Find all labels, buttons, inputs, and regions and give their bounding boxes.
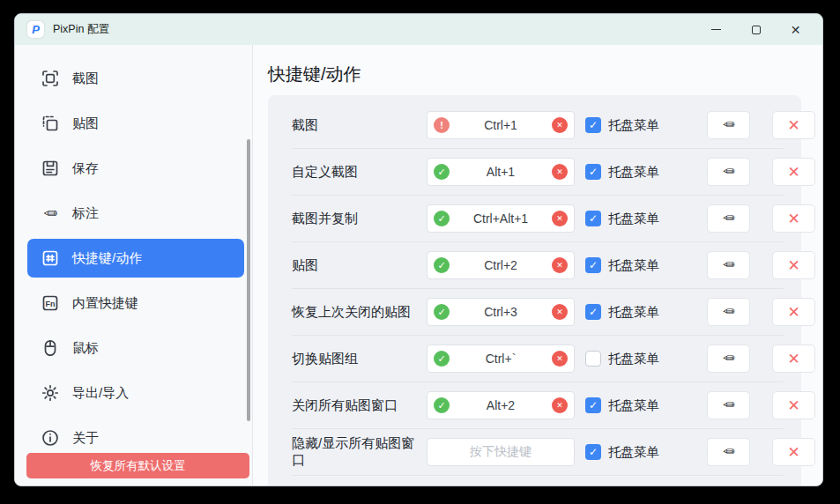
pencil-icon: ✏ (723, 258, 734, 272)
delete-action-button[interactable]: ✕ (772, 438, 815, 466)
ok-status-icon: ✓ (434, 257, 450, 273)
edit-action-button[interactable]: ✏ (707, 438, 750, 466)
warning-status-icon: ! (434, 117, 450, 133)
clear-hotkey-icon[interactable]: ✕ (552, 117, 568, 133)
sidebar-item-gear[interactable]: 导出/导入 (27, 374, 244, 412)
tray-menu-checkbox[interactable]: ✓ (585, 117, 601, 133)
hotkey-row: 自定义截图 ✓ Alt+1 ✕ ✓ 托盘菜单 ✏ ✕ (292, 149, 784, 196)
delete-action-button[interactable]: ✕ (772, 391, 815, 419)
clear-hotkey-icon[interactable]: ✕ (552, 397, 568, 413)
delete-action-button[interactable]: ✕ (772, 251, 815, 279)
ok-status-icon: ✓ (434, 211, 450, 226)
edit-action-button[interactable]: ✏ (707, 251, 750, 279)
clear-hotkey-icon[interactable]: ✕ (552, 211, 568, 226)
delete-action-button[interactable]: ✕ (772, 158, 815, 186)
tray-menu-label: 托盘菜单 (608, 397, 659, 414)
delete-action-button[interactable]: ✕ (772, 298, 815, 326)
window-title: PixPin 配置 (53, 22, 109, 37)
tray-menu-checkbox[interactable]: ✓ (585, 444, 601, 460)
delete-x-icon: ✕ (787, 163, 799, 182)
hotkey-action-label: 恢复上次关闭的贴图 (292, 304, 427, 321)
hotkey-value: Ctrl+3 (450, 305, 552, 319)
pencil-icon: ✏ (723, 211, 734, 226)
tray-menu-checkbox[interactable]: ✓ (585, 211, 601, 226)
mouse-icon (41, 338, 60, 358)
edit-action-button[interactable]: ✏ (707, 298, 750, 326)
hotkey-action-label: 贴图 (292, 257, 427, 274)
gear-icon (41, 383, 60, 403)
tray-menu-checkbox[interactable]: ✓ (585, 164, 601, 180)
delete-x-icon: ✕ (787, 116, 799, 135)
edit-action-button[interactable]: ✏ (707, 345, 750, 373)
pencil-icon: ✏ (41, 204, 60, 223)
delete-action-button[interactable]: ✕ (772, 204, 815, 233)
main-content: 快捷键/动作 截图 ! Ctrl+1 ✕ ✓ 托盘菜单 ✏ ✕ 自定义截图 ✓ … (252, 45, 822, 486)
delete-x-icon: ✕ (787, 210, 799, 228)
info-icon (41, 428, 60, 448)
clear-hotkey-icon[interactable]: ✕ (552, 304, 568, 320)
sidebar-item-save[interactable]: 保存 (27, 149, 244, 188)
delete-x-icon: ✕ (787, 350, 799, 368)
tray-menu-label: 托盘菜单 (608, 304, 659, 321)
hotkey-action-label: 截图并复制 (292, 211, 427, 227)
sidebar-scrollbar[interactable] (247, 139, 250, 421)
hotkey-action-label: 隐藏/显示所有贴图窗口 (292, 435, 427, 469)
hotkey-input[interactable]: ✓ Alt+2 ✕ (427, 391, 575, 419)
minimize-button[interactable] (696, 14, 736, 45)
maximize-button[interactable] (736, 14, 776, 45)
clear-hotkey-icon[interactable]: ✕ (552, 257, 568, 273)
pencil-icon: ✏ (723, 398, 734, 412)
tray-menu-label: 托盘菜单 (608, 164, 659, 181)
sidebar-item-pencil[interactable]: ✏ 标注 (27, 194, 244, 233)
edit-action-button[interactable]: ✏ (707, 204, 750, 233)
fn-key-icon: Fn (41, 293, 60, 313)
hotkey-action-label: 切换贴图组 (292, 351, 427, 367)
window-controls: ✕ (696, 14, 815, 45)
clear-hotkey-icon[interactable]: ✕ (552, 351, 568, 367)
sidebar-items: 截图 贴图 保存 ✏ 标注 快捷键/动作 Fn 内置快捷键 鼠标 导出/导入 关… (15, 59, 252, 457)
hotkey-input[interactable]: ✓ Ctrl+` ✕ (427, 345, 575, 373)
hotkey-value: Ctrl+2 (450, 258, 552, 272)
hotkey-input[interactable]: ! Ctrl+1 ✕ (427, 111, 575, 139)
edit-action-button[interactable]: ✏ (707, 391, 750, 419)
tray-menu-checkbox[interactable]: ✓ (585, 304, 601, 320)
titlebar: P PixPin 配置 ✕ (15, 14, 822, 45)
hotkey-rows: 截图 ! Ctrl+1 ✕ ✓ 托盘菜单 ✏ ✕ 自定义截图 ✓ Alt+1 ✕… (292, 102, 784, 476)
delete-action-button[interactable]: ✕ (772, 345, 815, 373)
hotkey-action-label: 截图 (292, 117, 427, 134)
tray-menu-label: 托盘菜单 (608, 444, 659, 461)
svg-text:Fn: Fn (46, 300, 56, 308)
hotkey-value: Ctrl+Alt+1 (450, 211, 552, 226)
page-title: 快捷键/动作 (268, 63, 822, 86)
ok-status-icon: ✓ (434, 304, 450, 320)
hotkey-input[interactable]: ✓ Alt+1 ✕ (427, 158, 575, 186)
sidebar-item-info[interactable]: 关于 (27, 419, 244, 457)
hotkey-row: 关闭所有贴图窗口 ✓ Alt+2 ✕ ✓ 托盘菜单 ✏ ✕ (292, 382, 784, 429)
ok-status-icon: ✓ (434, 397, 450, 413)
sidebar-item-pin-image[interactable]: 贴图 (27, 104, 244, 143)
hotkey-input[interactable]: ✓ Ctrl+Alt+1 ✕ (427, 204, 575, 233)
pencil-icon: ✏ (723, 445, 734, 459)
sidebar-item-hotkey[interactable]: 快捷键/动作 (27, 239, 244, 278)
delete-x-icon: ✕ (787, 256, 799, 275)
tray-menu-checkbox[interactable]: ✓ (585, 397, 601, 413)
delete-x-icon: ✕ (787, 303, 799, 322)
clear-hotkey-icon[interactable]: ✕ (552, 164, 568, 180)
sidebar-item-fn-key[interactable]: Fn 内置快捷键 (27, 284, 244, 322)
maximize-icon (752, 26, 761, 34)
edit-action-button[interactable]: ✏ (707, 111, 750, 139)
hotkey-input[interactable]: ✓ Ctrl+2 ✕ (427, 251, 575, 279)
tray-menu-checkbox[interactable] (585, 351, 601, 367)
reset-defaults-button[interactable]: 恢复所有默认设置 (26, 453, 249, 478)
sidebar: 截图 贴图 保存 ✏ 标注 快捷键/动作 Fn 内置快捷键 鼠标 导出/导入 关… (15, 45, 252, 486)
delete-action-button[interactable]: ✕ (772, 111, 815, 139)
minimize-icon (711, 29, 721, 30)
hotkey-input[interactable]: ✓ Ctrl+3 ✕ (427, 298, 575, 326)
sidebar-item-screenshot[interactable]: 截图 (27, 59, 244, 98)
sidebar-item-mouse[interactable]: 鼠标 (27, 329, 244, 367)
tray-menu-checkbox[interactable]: ✓ (585, 257, 601, 273)
tray-menu-label: 托盘菜单 (608, 351, 659, 367)
edit-action-button[interactable]: ✏ (707, 158, 750, 186)
hotkey-input[interactable]: 按下快捷键 (427, 438, 575, 466)
close-button[interactable]: ✕ (776, 14, 815, 45)
